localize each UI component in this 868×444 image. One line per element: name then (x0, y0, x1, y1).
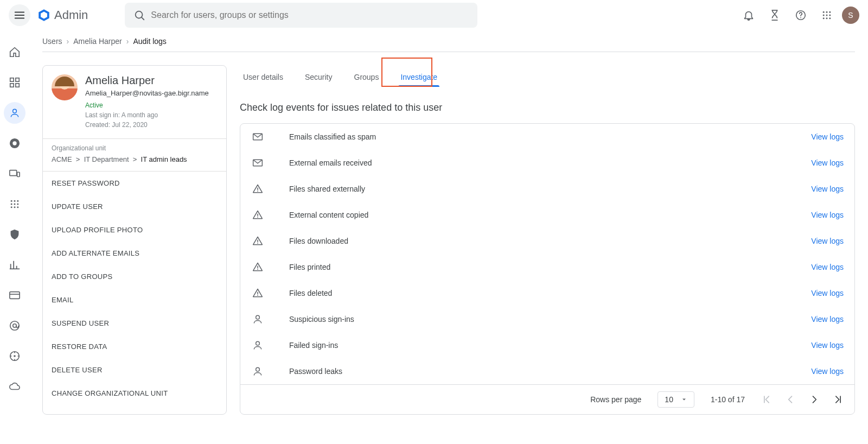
logo[interactable]: Admin (37, 8, 88, 22)
tab-user-details[interactable]: User details (240, 67, 286, 88)
user-action-email[interactable]: EMAIL (43, 288, 226, 312)
search-icon (133, 9, 145, 21)
bell-icon (743, 9, 755, 21)
drive-alert-icon (251, 236, 264, 246)
user-summary-card: Amelia Harper Amelia_Harper@novitas-gae.… (42, 65, 227, 415)
user-created: Created: Jul 22, 2020 (85, 121, 209, 129)
main-menu-button[interactable] (9, 4, 30, 26)
user-action-suspend-user[interactable]: SUSPEND USER (43, 312, 226, 335)
nav-security[interactable] (4, 224, 25, 245)
prev-page-button[interactable] (785, 394, 796, 405)
view-logs-link[interactable]: View logs (811, 315, 844, 324)
log-event-label: Emails classified as spam (289, 132, 811, 141)
view-logs-link[interactable]: View logs (811, 237, 844, 245)
log-event-label: Password leaks (289, 367, 811, 376)
rows-per-page-label: Rows per page (590, 395, 641, 404)
notifications-button[interactable] (738, 4, 760, 26)
view-logs-link[interactable]: View logs (811, 132, 844, 141)
next-page-button[interactable] (809, 394, 820, 405)
log-event-row: Files downloadedView logs (240, 228, 854, 254)
log-event-row: Failed sign-insView logs (240, 332, 854, 358)
user-action-upload-profile-photo[interactable]: UPLOAD PROFILE PHOTO (43, 218, 226, 242)
view-logs-link[interactable]: View logs (811, 158, 844, 167)
apps-button[interactable] (816, 4, 838, 26)
devices-icon (9, 168, 21, 180)
last-page-button[interactable] (833, 394, 844, 405)
log-event-label: External content copied (289, 211, 811, 219)
breadcrumb-current: Audit logs (133, 37, 166, 46)
at-icon (9, 320, 21, 332)
log-event-label: External emails received (289, 158, 811, 167)
user-action-update-user[interactable]: UPDATE USER (43, 195, 226, 218)
log-event-label: Files downloaded (289, 237, 811, 245)
user-action-reset-password[interactable]: RESET PASSWORD (43, 172, 226, 195)
user-action-change-organizational-unit[interactable]: CHANGE ORGANIZATIONAL UNIT (43, 382, 226, 405)
view-logs-link[interactable]: View logs (811, 211, 844, 219)
user-action-add-to-groups[interactable]: ADD TO GROUPS (43, 265, 226, 288)
drive-alert-icon (251, 262, 264, 272)
first-page-button[interactable] (761, 394, 772, 405)
log-event-label: Files deleted (289, 289, 811, 297)
view-logs-link[interactable]: View logs (811, 367, 844, 376)
org-unit-path: ACME > IT Department > IT admin leads (52, 155, 218, 163)
nav-reporting[interactable] (4, 254, 25, 276)
first-page-icon (761, 394, 772, 405)
log-event-row: Emails classified as spamView logs (240, 124, 854, 150)
user-action-delete-user[interactable]: DELETE USER (43, 358, 226, 382)
chevron-right-icon: › (67, 37, 69, 46)
user-action-add-alternate-emails[interactable]: ADD ALTERNATE EMAILS (43, 242, 226, 265)
nav-cloud[interactable] (4, 376, 25, 397)
search-bar[interactable] (125, 3, 477, 28)
admin-logo-icon (37, 8, 51, 22)
person-icon (251, 314, 264, 325)
breadcrumb-item[interactable]: Amelia Harper (73, 37, 122, 46)
chevron-right-icon: › (126, 37, 129, 46)
view-logs-link[interactable]: View logs (811, 185, 844, 193)
search-input[interactable] (151, 10, 469, 20)
nav-home[interactable] (4, 41, 25, 63)
user-action-restore-data[interactable]: RESTORE DATA (43, 335, 226, 358)
apps-icon (821, 10, 832, 21)
app-name: Admin (54, 8, 88, 22)
breadcrumb-item[interactable]: Users (42, 37, 62, 46)
tasks-button[interactable] (764, 4, 786, 26)
log-event-label: Suspicious sign-ins (289, 315, 811, 324)
nav-apps[interactable] (4, 193, 25, 215)
nav-account[interactable] (4, 315, 25, 337)
chevron-left-icon (785, 394, 796, 405)
drive-alert-icon (251, 183, 264, 194)
tab-investigate[interactable]: Investigate (397, 67, 441, 88)
view-logs-link[interactable]: View logs (811, 263, 844, 271)
log-event-row: Password leaksView logs (240, 358, 854, 384)
user-last-signin: Last sign in: A month ago (85, 111, 209, 119)
caret-down-icon (681, 396, 687, 403)
user-email: Amelia_Harper@novitas-gae.bigr.name (85, 89, 209, 97)
nav-devices[interactable] (4, 163, 25, 185)
view-logs-link[interactable]: View logs (811, 341, 844, 350)
nav-directory[interactable] (4, 102, 25, 124)
panel-heading: Check log events for issues related to t… (240, 102, 855, 113)
table-pager: Rows per page 10 1-10 of 17 (240, 384, 854, 414)
nav-migration[interactable] (4, 345, 25, 367)
rows-per-page-select[interactable]: 10 (658, 391, 694, 408)
nav-chrome[interactable] (4, 132, 25, 154)
view-logs-link[interactable]: View logs (811, 289, 844, 297)
nav-dashboard[interactable] (4, 72, 25, 93)
apps-grid-icon (9, 199, 20, 210)
tab-groups[interactable]: Groups (351, 67, 382, 88)
account-avatar[interactable]: S (842, 7, 859, 24)
user-tabs: User detailsSecurityGroupsInvestigate (240, 65, 855, 88)
tab-security[interactable]: Security (302, 67, 336, 88)
hourglass-icon (769, 9, 781, 21)
user-avatar (52, 74, 78, 100)
help-button[interactable] (790, 4, 812, 26)
nav-billing[interactable] (4, 284, 25, 306)
migrate-icon (9, 350, 21, 362)
org-unit-label: Organizational unit (52, 144, 218, 152)
chrome-icon (9, 137, 21, 149)
log-event-label: Failed sign-ins (289, 341, 811, 350)
gmail-icon (251, 157, 264, 168)
drive-alert-icon (251, 288, 264, 299)
person-icon (9, 107, 20, 118)
user-detail-panel: User detailsSecurityGroupsInvestigate Ch… (240, 65, 855, 415)
